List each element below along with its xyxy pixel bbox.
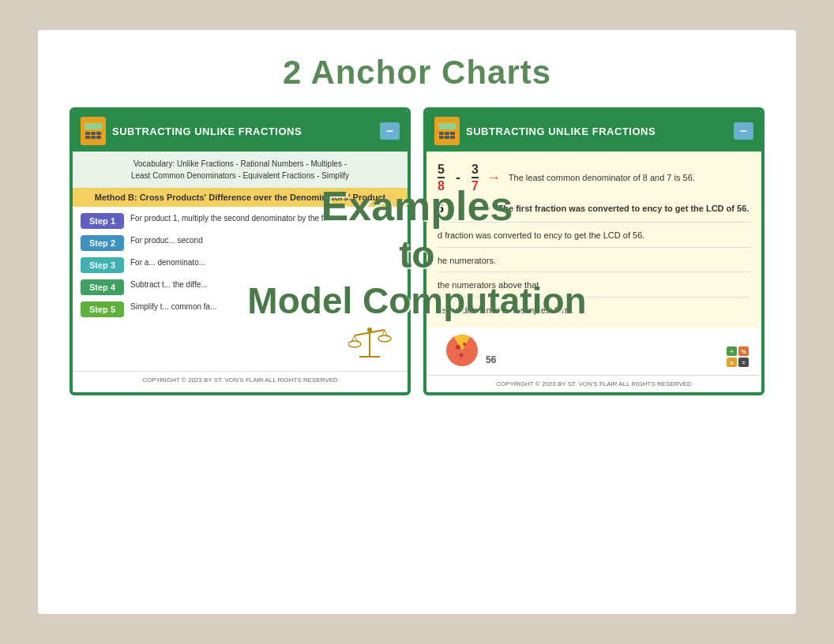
explanation-2: The first fraction was converted to ency… [498, 202, 749, 215]
step-text-3: For a... denominato... [130, 257, 400, 268]
explanation-row-6: re the difference is in simplest form. [438, 297, 750, 317]
calc-cell-x: x [727, 358, 737, 367]
svg-point-9 [367, 328, 372, 332]
svg-point-13 [460, 354, 464, 358]
svg-point-11 [456, 345, 460, 350]
left-chart-card: SUBTRACTING UNLIKE FRACTIONS – Vocabular… [70, 107, 411, 395]
right-minus-badge: – [734, 122, 753, 140]
second-row: 5 ♥ 7 3 → The first fraction was convert… [438, 201, 750, 215]
arrow-right-2: → [481, 201, 494, 215]
method-banner: Method B: Cross Products' Difference ove… [73, 188, 408, 207]
calc-cells-right: + % x = [727, 346, 749, 367]
svg-point-12 [463, 343, 466, 346]
left-minus-badge: – [380, 122, 400, 140]
second-row-7: 7 [459, 202, 465, 215]
minus-sign: - [456, 170, 460, 186]
explanation-5: the numerators above that [438, 280, 539, 290]
step-row-1: Step 1 For product 1, multiply the secon… [81, 213, 400, 229]
second-row-3: 3 [470, 202, 476, 215]
step-row-4: Step 4 Subtract t... the diffe... [81, 279, 400, 295]
step-row-3: Step 3 For a... denominato... [81, 257, 400, 273]
charts-wrapper: SUBTRACTING UNLIKE FRACTIONS – Vocabular… [70, 107, 764, 395]
explanation-1: The least common denominator of 8 and 7 … [509, 171, 695, 185]
explanation-3: d fraction was converted to ency to get … [438, 230, 644, 240]
heart-icon: ♥ [449, 203, 454, 214]
step-badge-2: Step 2 [81, 235, 124, 251]
calc-screen-right [438, 123, 456, 129]
calc-cell-percent: % [738, 346, 749, 356]
explanation-row-4: he numerators. [438, 247, 750, 268]
right-chart-title: SUBTRACTING UNLIKE FRACTIONS [466, 125, 727, 137]
svg-point-6 [378, 335, 391, 342]
step-text-1: For product 1, multiply the second denom… [130, 213, 400, 224]
step-badge-3: Step 3 [81, 257, 124, 273]
fraction-left-den: 8 [438, 177, 445, 193]
right-chart-card: SUBTRACTING UNLIKE FRACTIONS – 5 8 - 3 7 [423, 107, 764, 395]
calc-buttons-right [439, 132, 455, 139]
second-row-5: 5 [438, 202, 444, 215]
explanation-4: he numerators. [438, 256, 496, 265]
pizza-icon [442, 333, 482, 369]
step-row-5: Step 5 Simplify t... common fa... [81, 301, 400, 317]
step-badge-1: Step 1 [81, 213, 124, 229]
left-chart-title: SUBTRACTING UNLIKE FRACTIONS [112, 125, 374, 137]
right-content-area: 5 8 - 3 7 → The least common denominator… [426, 152, 761, 328]
explanation-6: re the difference is in simplest form. [438, 305, 574, 315]
calc-cell-plus: + [727, 346, 737, 356]
left-chart-footer: COPYRIGHT © 2023 BY ST. VON'S FLAIR ALL … [73, 371, 408, 388]
right-chart-bottom: 56 + % x = [426, 328, 761, 375]
step-text-5: Simplify t... common fa... [130, 301, 400, 313]
step-badge-5: Step 5 [81, 301, 124, 317]
fraction-left-num: 5 [438, 163, 445, 177]
explanation-row-3: d fraction was converted to ency to get … [438, 222, 750, 242]
page-container: 2 Anchor Charts [38, 30, 796, 614]
calculator-icon-left [81, 117, 106, 145]
calc-screen [85, 123, 102, 129]
bottom-number: 56 [486, 354, 496, 365]
right-chart-header: SUBTRACTING UNLIKE FRACTIONS – [426, 110, 761, 152]
left-chart-header: SUBTRACTING UNLIKE FRACTIONS – [73, 110, 408, 152]
charts-row: SUBTRACTING UNLIKE FRACTIONS – Vocabular… [70, 107, 764, 395]
calc-buttons [85, 132, 101, 139]
fraction-left: 5 8 [438, 163, 445, 193]
left-chart-bottom [73, 324, 408, 371]
vocab-line2: Least Common Denominators - Equivalent F… [82, 170, 398, 182]
balance-scale-icon [348, 324, 392, 363]
arrow-right-icon: → [486, 170, 501, 186]
step-text-4: Subtract t... the diffe... [130, 279, 400, 290]
calc-cell-equals: = [738, 358, 749, 367]
step-text-2: For produc... second [130, 235, 400, 246]
calculator-icon-right [434, 117, 460, 145]
fraction-right-num: 3 [471, 163, 479, 177]
page-title: 2 Anchor Charts [70, 54, 764, 92]
fraction-row-1: 5 8 - 3 7 → The least common denominator… [438, 163, 750, 193]
vocab-section: Vocabulary: Unlike Fractions - Rational … [73, 152, 408, 188]
vocab-line1: Vocabulary: Unlike Fractions - Rational … [82, 158, 398, 170]
right-chart-footer: COPYRIGHT © 2023 BY ST. VON'S FLAIR ALL … [426, 375, 761, 392]
explanation-row-5: the numerators above that [438, 271, 750, 292]
step-row-2: Step 2 For produc... second [81, 235, 400, 251]
step-badge-4: Step 4 [81, 279, 124, 295]
svg-point-3 [348, 341, 361, 347]
steps-section: Step 1 For product 1, multiply the secon… [73, 207, 408, 324]
fraction-right: 3 7 [471, 163, 479, 193]
fraction-right-den: 7 [471, 177, 479, 193]
